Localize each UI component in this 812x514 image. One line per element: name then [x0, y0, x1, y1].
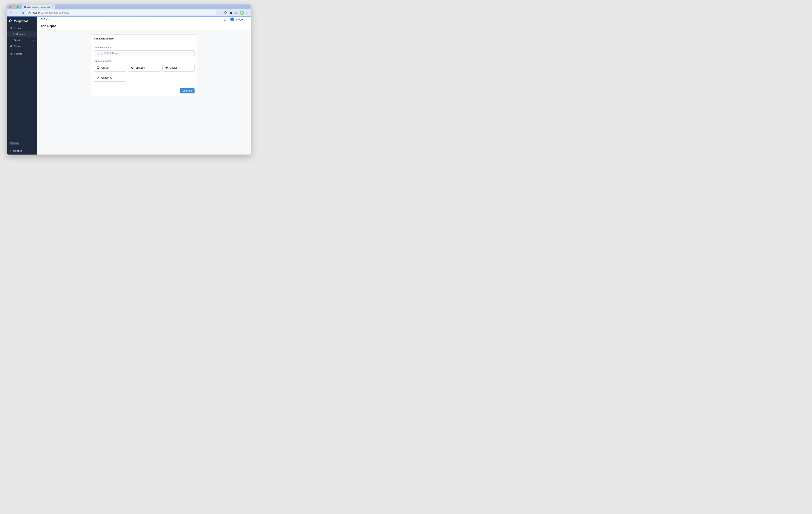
svg-marker-1: [224, 11, 227, 14]
user-name: postgres: [235, 18, 244, 21]
side-panel-icon[interactable]: [234, 10, 239, 15]
tag-icon: [11, 142, 13, 144]
reload-button[interactable]: [20, 10, 25, 15]
page-header: Add Repos: [37, 22, 251, 30]
tab-strip: Add Source - MergeStat × +: [7, 4, 251, 9]
provider-bitbucket[interactable]: Bitbucket: [128, 64, 160, 72]
chevron-down-icon: [246, 19, 248, 20]
collapse-sidebar-button[interactable]: Collapse: [7, 147, 37, 154]
bitbucket-icon: [131, 66, 134, 69]
url-host: localhost:3300/repos/add-git-source: [32, 11, 69, 14]
git-branch-icon: [97, 76, 99, 79]
tabs-dropdown-icon[interactable]: [247, 6, 249, 8]
browser-window: Add Source - MergeStat × + i localhost:3…: [7, 4, 251, 154]
user-avatar-icon: [230, 18, 234, 21]
continue-button[interactable]: Continue: [180, 88, 195, 93]
beta-label: beta: [14, 142, 18, 144]
browser-menu-icon[interactable]: [245, 10, 250, 15]
sidebar-item-label: Repos: [14, 27, 21, 30]
app-root: MergeStat Repos Git Sources Queries: [7, 17, 251, 154]
chevron-down-icon: [33, 53, 35, 55]
page-title: Add Repos: [40, 24, 248, 28]
provider-label: GitLab: [170, 66, 177, 69]
close-tab-icon[interactable]: ×: [52, 6, 53, 8]
sidebar-item-connect[interactable]: Connect: [7, 43, 37, 49]
svg-point-4: [247, 12, 248, 12]
share-icon[interactable]: [217, 10, 222, 15]
svg-rect-2: [235, 12, 238, 14]
new-tab-button[interactable]: +: [56, 5, 60, 9]
url-bar: i localhost:3300/repos/add-git-source P: [7, 9, 251, 16]
divider: [7, 50, 37, 50]
logo-icon: [9, 19, 12, 23]
provider-github[interactable]: GitHub: [94, 64, 126, 72]
user-menu[interactable]: postgres: [230, 18, 248, 21]
queries-icon: [9, 39, 12, 41]
brand-logo[interactable]: MergeStat: [7, 17, 37, 25]
sidebar-item-label: Connect: [14, 45, 23, 48]
svg-point-6: [247, 13, 248, 14]
github-icon: [97, 66, 99, 69]
repo-icon: [9, 27, 12, 30]
browser-tab[interactable]: Add Source - MergeStat ×: [22, 4, 55, 9]
breadcrumb[interactable]: Repos: [40, 18, 51, 21]
provider-label: Generic Git: [101, 77, 113, 79]
minimize-window-button[interactable]: [13, 6, 15, 8]
provider-label: Choose provider*: [94, 60, 195, 62]
breadcrumb-label: Repos: [44, 18, 51, 21]
window-controls: [8, 6, 20, 8]
provider-generic-git[interactable]: Generic Git: [94, 74, 126, 82]
svg-rect-7: [10, 27, 11, 29]
provider-label: Bitbucket: [136, 66, 145, 69]
source-name-input[interactable]: [94, 50, 195, 56]
sidebar: MergeStat Repos Git Sources Queries: [7, 17, 37, 154]
sidebar-item-git-sources[interactable]: Git Sources: [7, 31, 37, 37]
site-info-icon[interactable]: i: [28, 11, 31, 14]
sidebar-item-queries[interactable]: Queries: [7, 37, 37, 43]
gitlab-icon: [165, 66, 168, 69]
sidebar-item-label: Queries: [14, 39, 22, 41]
gear-icon: [9, 53, 12, 55]
chevron-down-icon: [33, 39, 35, 41]
card-footer: Continue: [91, 86, 198, 96]
provider-gitlab[interactable]: GitLab: [163, 64, 195, 72]
forward-button[interactable]: [14, 10, 19, 15]
svg-point-17: [98, 77, 99, 78]
back-button[interactable]: [8, 10, 13, 15]
sidebar-item-repos[interactable]: Repos: [7, 25, 37, 31]
chevron-up-icon: [33, 27, 35, 29]
main-content: Repos postgres Add Repos: [37, 17, 251, 154]
repo-icon: [40, 18, 43, 21]
svg-point-15: [232, 19, 233, 19]
tab-title: Add Source - MergeStat: [27, 6, 50, 8]
svg-point-18: [97, 78, 98, 79]
extensions-icon[interactable]: [229, 10, 233, 15]
svg-point-11: [10, 54, 11, 54]
close-window-button[interactable]: [9, 6, 11, 8]
add-git-source-card: Add a Git Source Git Source name* Choose…: [91, 34, 198, 96]
sidebar-item-label: Git Sources: [13, 33, 25, 35]
sidebar-item-settings[interactable]: Settings: [7, 51, 37, 57]
profile-avatar[interactable]: P: [240, 11, 244, 15]
collapse-icon: [9, 150, 12, 152]
docs-icon[interactable]: [223, 17, 228, 22]
brand-name: MergeStat: [14, 19, 28, 23]
address-bar[interactable]: i localhost:3300/repos/add-git-source: [26, 10, 216, 15]
topbar: Repos postgres: [37, 17, 251, 22]
collapse-label: Collapse: [13, 150, 22, 152]
svg-point-10: [10, 45, 11, 46]
connect-icon: [9, 45, 12, 48]
card-title: Add a Git Source: [91, 35, 198, 43]
svg-rect-13: [41, 19, 42, 20]
sidebar-item-label: Settings: [14, 53, 22, 55]
source-name-label: Git Source name*: [94, 46, 195, 49]
provider-label: GitHub: [101, 66, 109, 69]
beta-badge: beta: [9, 142, 19, 145]
content-area: Add a Git Source Git Source name* Choose…: [37, 30, 251, 154]
svg-point-5: [247, 12, 248, 13]
bookmark-icon[interactable]: [223, 10, 228, 15]
maximize-window-button[interactable]: [17, 6, 19, 8]
favicon-icon: [24, 6, 26, 8]
